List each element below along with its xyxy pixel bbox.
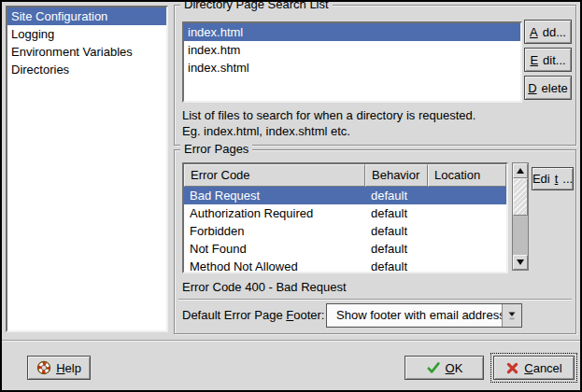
table-row[interactable]: Forbidden default [184,222,506,240]
cancel-button-label: Cancel [524,361,561,375]
directory-file-list: index.html index.htm index.shtml [182,21,522,103]
default-error-footer-select[interactable]: Show footer with email address [326,303,522,328]
cell-location [428,187,506,204]
table-header-row: Error Code Behavior Location [184,164,506,187]
cell-behavior: default [365,240,428,258]
cell-behavior: default [365,258,428,273]
cell-error-code: Authorization Required [184,204,365,222]
table-row[interactable]: Bad Request default [184,187,506,204]
cell-error-code: Bad Request [184,187,365,204]
cell-error-code: Method Not Allowed [184,258,365,273]
column-header-error-code[interactable]: Error Code [184,164,365,187]
file-list-item[interactable]: index.htm [184,41,520,59]
action-bar-separator [2,340,580,342]
column-header-location[interactable]: Location [428,164,506,187]
edit-error-page-button[interactable]: Edit... [532,167,574,190]
httpd-config-window: Site Configuration Logging Environment V… [0,0,582,392]
section-separator [178,299,572,301]
cell-location [428,240,506,258]
ok-button[interactable]: OK [405,356,484,380]
cell-location [428,222,506,240]
help-button[interactable]: Help [27,356,91,380]
directory-page-search-frame: Directory Page Search List index.html in… [174,5,576,146]
table-row[interactable]: Authorization Required default [184,204,506,222]
error-code-status: Error Code 400 - Bad Request [182,280,347,295]
directory-description-line1: List of files to search for when a direc… [182,108,476,123]
selected-option-label: Show footer with email address [336,304,505,327]
down-arrow-icon [517,259,524,265]
delete-button[interactable]: Delete [524,76,572,100]
directory-description-line2: Eg. index.html, index.shtml etc. [182,124,350,139]
scrollbar-down-button[interactable] [513,255,528,270]
category-list: Site Configuration Logging Environment V… [6,6,168,332]
cancel-button[interactable]: Cancel [493,356,575,380]
table-row[interactable]: Method Not Allowed default [184,258,506,273]
cell-location [428,258,506,273]
scrollbar-thumb[interactable] [513,178,528,216]
sidebar-item-site-configuration[interactable]: Site Configuration [7,7,166,25]
column-header-behavior[interactable]: Behavior [365,164,428,187]
file-list-item[interactable]: index.html [184,23,520,41]
cell-error-code: Not Found [184,240,365,258]
cell-error-code: Forbidden [184,222,365,240]
sidebar-item-directories[interactable]: Directories [7,61,166,78]
frame-title-error-pages: Error Pages [180,142,252,157]
dropdown-arrow-button[interactable] [502,304,521,327]
error-pages-frame: Error Pages Error Code Behavior Location… [174,149,576,334]
sidebar-item-environment-variables[interactable]: Environment Variables [7,43,166,61]
error-pages-table: Error Code Behavior Location Bad Request… [182,162,508,273]
cell-behavior: default [365,204,428,222]
green-check-icon [426,360,441,375]
cell-behavior: default [365,222,428,240]
footer-dropdown-label: Default Error Page Footer: [182,308,324,323]
up-arrow-icon [517,168,524,174]
table-scrollbar[interactable] [512,162,529,271]
help-button-label: Help [56,361,81,375]
frame-title-directory: Directory Page Search List [180,0,333,12]
file-list-item[interactable]: index.shtml [184,59,520,77]
scrollbar-up-button[interactable] [513,163,528,178]
red-cross-icon [505,361,519,375]
ok-button-label: OK [446,361,463,375]
dropdown-arrow-icon [506,310,518,321]
lifebuoy-icon [36,360,51,375]
add-button[interactable]: Add... [524,20,572,44]
edit-file-button[interactable]: Edit... [524,48,572,72]
cell-behavior: default [365,187,428,204]
cell-location [428,204,506,222]
table-row[interactable]: Not Found default [184,240,506,258]
sidebar-item-logging[interactable]: Logging [7,25,166,43]
